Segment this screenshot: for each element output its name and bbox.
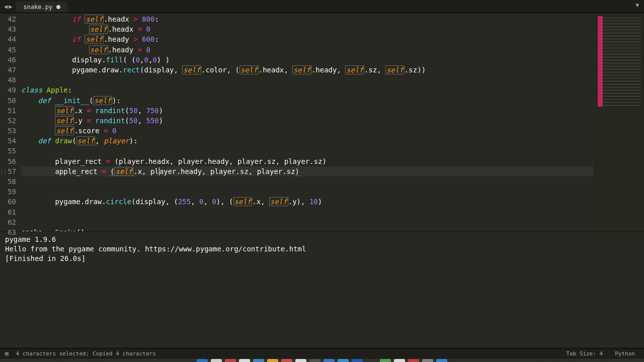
dock	[0, 359, 644, 362]
code-line[interactable]: self.heady = 0	[21, 45, 594, 55]
line-number: 56	[0, 156, 16, 166]
line-number-gutter[interactable]: 4243444546474849505152535455565758596061…	[0, 13, 21, 231]
code-line[interactable]	[21, 75, 594, 85]
status-syntax[interactable]: Python	[611, 350, 639, 357]
line-number: 54	[0, 136, 16, 146]
line-number: 49	[0, 85, 16, 95]
build-output-panel[interactable]: pygame 1.9.6 Hello from the pygame commu…	[0, 231, 644, 348]
line-number: 51	[0, 106, 16, 116]
code-line[interactable]: if self.heady > 600:	[21, 34, 594, 44]
line-number: 48	[0, 75, 16, 85]
line-number: 61	[0, 207, 16, 217]
code-editor[interactable]: if self.headx > 800: self.headx = 0 if s…	[21, 13, 594, 231]
code-line[interactable]: self.x = randint(50, 750)	[21, 106, 594, 116]
tab-snake-py[interactable]: snake.py	[16, 2, 67, 13]
code-line[interactable]: apple_rect = (self.x, player.heady, play…	[21, 166, 594, 176]
code-line[interactable]: player_rect = (player.headx, player.head…	[21, 156, 594, 166]
code-line[interactable]: snake = Snake()	[21, 227, 594, 231]
hamburger-icon[interactable]: ▤	[5, 350, 8, 357]
line-number: 57	[0, 166, 16, 176]
code-line[interactable]: class Apple:	[21, 85, 594, 95]
code-line[interactable]	[21, 217, 594, 227]
nav-back-icon[interactable]: ◀	[4, 3, 8, 10]
line-number: 58	[0, 176, 16, 187]
tab-filename: snake.py	[23, 4, 52, 11]
line-number: 60	[0, 197, 16, 207]
code-line[interactable]: self.score = 0	[21, 126, 594, 136]
status-tabsize[interactable]: Tab Size: 4	[562, 350, 607, 357]
nav-arrows: ◀ ▶	[0, 0, 16, 13]
minimap-content	[598, 16, 641, 107]
line-number: 42	[0, 14, 16, 24]
code-line[interactable]	[21, 176, 594, 187]
nav-forward-icon[interactable]: ▶	[9, 3, 12, 10]
editor-area: 4243444546474849505152535455565758596061…	[0, 13, 644, 231]
status-selection: 4 characters selected; Copied 4 characte…	[12, 350, 160, 357]
code-line[interactable]: def draw(self, player):	[21, 136, 594, 146]
code-line[interactable]	[21, 187, 594, 197]
line-number: 63	[0, 227, 16, 237]
line-number: 53	[0, 126, 16, 136]
line-number: 44	[0, 34, 16, 44]
line-number: 47	[0, 65, 16, 75]
line-number: 50	[0, 96, 16, 106]
line-number: 59	[0, 187, 16, 197]
code-line[interactable]	[21, 207, 594, 217]
minimap[interactable]	[594, 13, 644, 231]
code-line[interactable]: self.y = randint(50, 550)	[21, 116, 594, 126]
line-number: 45	[0, 45, 16, 55]
line-number: 43	[0, 24, 16, 34]
line-number: 55	[0, 146, 16, 156]
line-number: 62	[0, 217, 16, 227]
status-bar: ▤ 4 characters selected; Copied 4 charac…	[0, 348, 644, 359]
tab-bar: ◀ ▶ snake.py ▼	[0, 0, 644, 13]
dirty-indicator-icon	[56, 5, 60, 9]
line-number: 46	[0, 55, 16, 65]
code-line[interactable]: self.headx = 0	[21, 24, 594, 34]
code-line[interactable]: if self.headx > 800:	[21, 14, 594, 24]
code-line[interactable]: display.fill( (0,0,0) )	[21, 55, 594, 65]
code-line[interactable]: def __init__(self):	[21, 96, 594, 106]
tab-menu-toggle[interactable]: ▼	[630, 0, 644, 13]
code-line[interactable]: pygame.draw.rect(display, self.color, (s…	[21, 65, 594, 75]
code-line[interactable]: pygame.draw.circle(display, (255, 0, 0),…	[21, 197, 594, 207]
code-line[interactable]	[21, 146, 594, 156]
line-number: 52	[0, 116, 16, 126]
